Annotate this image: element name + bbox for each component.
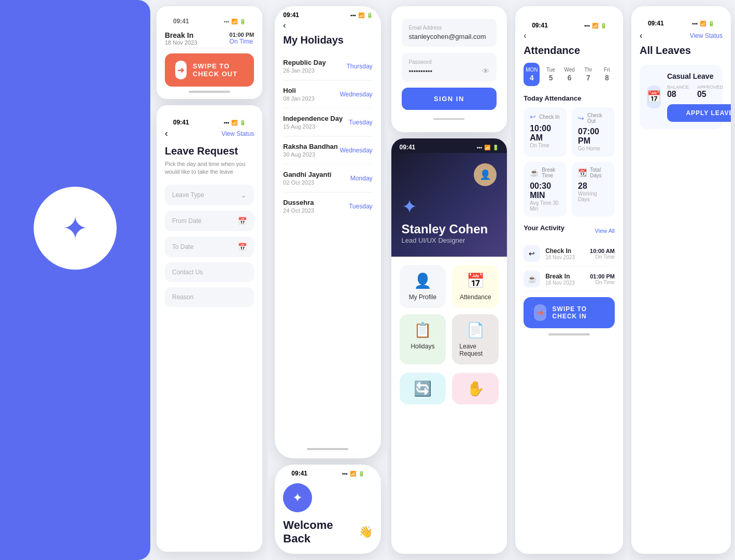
welcome-logo-icon: ✦ (283, 483, 312, 512)
break-time-value: 00:30 MIN (530, 181, 560, 200)
reason-field[interactable]: Reason (165, 287, 254, 307)
list-item: Gandhi Jayanti 02 Oct 2023 Monday (283, 164, 372, 192)
holiday-list: Republic Day 26 Jan 2023 Thursday Holi 0… (275, 52, 380, 444)
swipe-checkout-label: SWIPE TO CHECK OUT (193, 62, 244, 78)
attendance-home-indicator (548, 333, 590, 335)
leave-status-icons: ▪▪▪📶🔋 (224, 120, 246, 125)
all-leaves-panel: 09:41 ▪▪▪📶🔋 ‹ View Status All Leaves 📅 C… (627, 0, 735, 560)
check-in-label: Check In (539, 114, 559, 120)
attendance-card: 09:41 ▪▪▪📶🔋 ‹ Attendance MON 4 Tue 5 Wed… (515, 6, 623, 554)
total-days-label: Total Days (590, 167, 609, 178)
profile-name: Stanley Cohen (402, 222, 497, 236)
chevron-down-icon: ⌄ (241, 191, 247, 199)
view-all-link[interactable]: View All (595, 228, 615, 234)
app-logo-circle: ✦ (34, 187, 117, 270)
check-in-card: ↩ Check In 10:00 AM On Time (524, 107, 567, 157)
activity-header: Your Activity View All (524, 224, 615, 237)
day-item-thr[interactable]: Thr 7 (581, 63, 596, 86)
break-date: 18 Nov 2023 (165, 39, 197, 46)
break-time-card: ☕ Break Time 00:30 MIN Avg Time 30 Min (524, 162, 567, 217)
activity-checkin-icon: ↩ (524, 245, 540, 262)
day-num-fri: 8 (605, 74, 609, 82)
check-in-sub: On Time (530, 143, 560, 148)
leaves-view-status[interactable]: View Status (690, 32, 723, 39)
sign-in-label: SIGN IN (434, 95, 464, 103)
wave-icon: 👋 (359, 525, 373, 539)
break-icon: ☕ (530, 169, 539, 177)
menu-item-extra1[interactable]: 🔄 (400, 373, 446, 404)
leave-status-time: 09:41 (173, 119, 189, 126)
attendance-title: Attendance (524, 45, 615, 57)
break-time-sub: Avg Time 30 Min (530, 200, 560, 212)
activity-checkin-info: Check In 18 Nov 2023 (545, 247, 585, 260)
eye-icon[interactable]: 👁 (482, 67, 489, 75)
splash-panel: ✦ (0, 0, 150, 560)
password-field[interactable]: Password •••••••••• 👁 (402, 53, 497, 81)
list-item: Holi 08 Jan 2023 Wednesday (283, 80, 372, 108)
leave-request-panel: 09:41 ▪▪▪📶🔋 Break In 18 Nov 2023 01:00 P… (150, 0, 268, 560)
total-days-card: 📆 Total Days 28 Working Days (572, 162, 615, 217)
back-arrow-icon[interactable]: ‹ (165, 128, 168, 139)
calendar-icon: 📅 (238, 217, 247, 225)
total-days-value: 28 (578, 181, 609, 191)
login-home-indicator (433, 118, 464, 120)
sign-in-button[interactable]: SIGN IN (402, 88, 497, 110)
from-date-field[interactable]: From Date 📅 (165, 211, 254, 231)
home-indicator (189, 91, 230, 93)
contact-placeholder: Contact Us (172, 269, 203, 276)
check-out-sub: Go Home (578, 146, 609, 151)
day-num-wed: 6 (568, 74, 572, 82)
profile-header: 👤 ✦ Stanley Cohen Lead UI/UX Designer (391, 153, 507, 257)
all-leaves-title: All Leaves (640, 45, 723, 57)
leaves-back-arrow[interactable]: ‹ (640, 31, 642, 40)
check-out-label: Check Out (587, 113, 609, 124)
list-item: Independence Day 15 Aug 2023 Tuesday (283, 108, 372, 136)
checkin-icon: ↩ (530, 113, 536, 121)
day-item-mon[interactable]: MON 4 (524, 63, 540, 86)
check-out-card: ↪ Check Out 07:00 PM Go Home (572, 107, 615, 157)
day-strip: MON 4 Tue 5 Wed 6 Thr 7 Fri 8 (524, 63, 615, 86)
day-item-fri[interactable]: Fri 8 (599, 63, 615, 86)
email-field[interactable]: Email Address stanleycohen@gmail.com (402, 19, 497, 47)
avatar: 👤 (474, 163, 497, 186)
balance-stat: Balance 08 (667, 85, 689, 99)
day-abbr-fri: Fri (604, 67, 610, 73)
leave-type-placeholder: Leave Type (172, 191, 204, 199)
menu-item-leave-request[interactable]: 📄 Leave Request (452, 314, 499, 365)
welcome-status-icons: ▪▪▪📶🔋 (342, 471, 364, 477)
list-item: Raksha Bandhan 30 Aug 2023 Wednesday (283, 136, 372, 164)
contact-field[interactable]: Contact Us (165, 262, 254, 282)
view-status-link[interactable]: View Status (221, 130, 254, 137)
apply-leave-button[interactable]: APPLY LEAVE (667, 104, 731, 122)
your-activity-title: Your Activity (524, 224, 564, 232)
day-abbr: MON (526, 67, 538, 73)
leave-request-menu-icon: 📄 (467, 321, 485, 339)
to-date-field[interactable]: To Date 📅 (165, 236, 254, 257)
leave-type-field[interactable]: Leave Type ⌄ (165, 185, 254, 205)
day-item-tue[interactable]: Tue 5 (543, 63, 558, 86)
menu-item-holidays[interactable]: 📋 Holidays (400, 314, 446, 365)
day-abbr-tue: Tue (546, 67, 555, 73)
leaves-card: 09:41 ▪▪▪📶🔋 ‹ View Status All Leaves 📅 C… (631, 6, 731, 554)
profile-status-time: 09:41 (400, 144, 416, 151)
activity-breakin-info: Break In 18 Nov 2023 (545, 273, 585, 286)
menu-item-attendance[interactable]: 📅 Attendance (452, 265, 499, 308)
holidays-back-arrow[interactable]: ‹ (283, 21, 286, 30)
calendar-attendance-icon: 📅 (467, 272, 485, 289)
swipe-checkin-btn[interactable]: ➜ SWIPE TO CHECK IN (524, 297, 615, 328)
profile-role: Lead UI/UX Designer (402, 236, 497, 244)
menu-item-my-profile[interactable]: 👤 My Profile (400, 265, 446, 308)
swipe-checkout-btn[interactable]: ➜ SWIPE TO CHECK OUT (165, 53, 254, 87)
break-time-label: Break Time (542, 167, 560, 178)
holidays-menu-icon: 📋 (414, 321, 432, 339)
day-abbr-thr: Thr (584, 67, 592, 73)
email-value: stanleycohen@gmail.com (409, 33, 490, 40)
menu-item-extra2[interactable]: ✋ (452, 373, 499, 404)
casual-leave-name: Casual Leave (667, 72, 731, 80)
day-item-wed[interactable]: Wed 6 (562, 63, 577, 86)
break-time: 01:00 PM (230, 32, 255, 38)
activity-breakin-icon: ☕ (524, 271, 540, 287)
list-item: Republic Day 26 Jan 2023 Thursday (283, 52, 372, 80)
attendance-back-arrow[interactable]: ‹ (524, 31, 615, 40)
welcome-title: Welcome Back (283, 519, 355, 545)
